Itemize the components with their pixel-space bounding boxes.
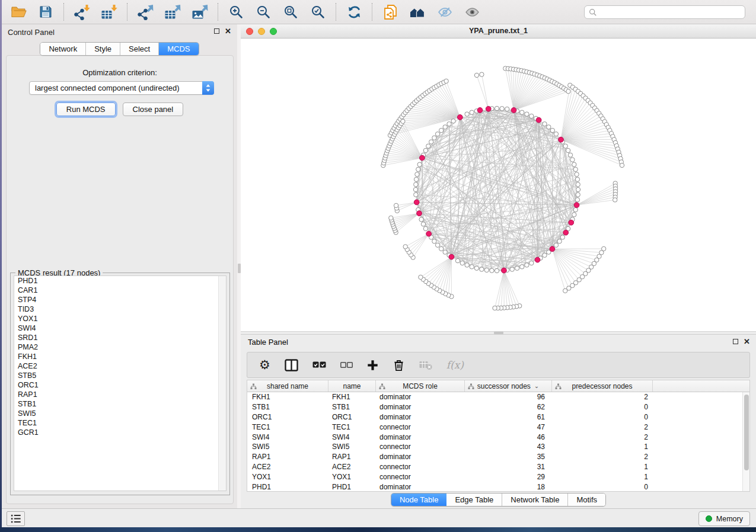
mcds-result-item[interactable]: ACE2 — [14, 361, 226, 371]
close-panel-icon[interactable]: ✕ — [225, 28, 231, 34]
tab-node-table[interactable]: Node Table — [391, 493, 447, 506]
network-node[interactable] — [572, 213, 576, 217]
network-node[interactable] — [480, 267, 484, 271]
network-node[interactable] — [520, 110, 524, 114]
table-row[interactable]: FKH1FKH1dominator962 — [247, 392, 742, 402]
dominator-node[interactable] — [417, 211, 422, 216]
network-node[interactable] — [432, 239, 436, 243]
dominator-node[interactable] — [486, 106, 491, 111]
column-header-MCDS-role[interactable]: MCDS role — [376, 380, 465, 392]
zoom-selected-magnifier-icon[interactable] — [308, 2, 327, 21]
mcds-result-item[interactable]: TEC1 — [14, 418, 226, 428]
mcds-result-item[interactable]: PMA2 — [14, 342, 226, 352]
mcds-result-item[interactable]: STP4 — [14, 295, 226, 305]
tab-motifs[interactable]: Motifs — [568, 493, 605, 506]
network-node[interactable] — [465, 112, 469, 116]
eye-slash-icon[interactable] — [435, 2, 454, 21]
search-box[interactable] — [584, 5, 745, 19]
network-node[interactable] — [474, 266, 479, 270]
zoom-in-magnifier-icon[interactable] — [227, 2, 245, 21]
network-node[interactable] — [417, 162, 422, 166]
network-node[interactable] — [515, 266, 519, 270]
dominator-node[interactable] — [477, 108, 483, 113]
network-node[interactable] — [510, 267, 514, 271]
network-node[interactable] — [554, 132, 558, 136]
network-node[interactable] — [419, 217, 423, 222]
export-image-icon[interactable] — [190, 2, 209, 21]
network-node[interactable] — [460, 261, 464, 265]
network-node[interactable] — [575, 172, 579, 177]
splitter-grip[interactable] — [238, 264, 241, 273]
network-node[interactable] — [500, 107, 504, 111]
memory-button[interactable]: Memory — [698, 511, 750, 526]
network-node[interactable] — [525, 112, 529, 116]
network-node[interactable] — [573, 207, 578, 211]
table-row[interactable]: YOX1YOX1connector291 — [247, 472, 742, 482]
network-node[interactable] — [490, 268, 494, 273]
network-node[interactable] — [572, 162, 576, 166]
network-node[interactable] — [389, 216, 393, 220]
network-node[interactable] — [560, 235, 564, 239]
network-node[interactable] — [439, 246, 444, 251]
zoom-out-magnifier-icon[interactable] — [254, 2, 273, 21]
dominator-node[interactable] — [550, 246, 555, 252]
dominator-node[interactable] — [420, 155, 425, 161]
network-node[interactable] — [529, 114, 534, 118]
search-input[interactable] — [597, 8, 741, 17]
network-node[interactable] — [432, 136, 436, 140]
duplicate-network-document-icon[interactable] — [381, 2, 400, 21]
mcds-result-item[interactable]: STB5 — [14, 371, 226, 380]
network-canvas[interactable] — [241, 39, 756, 331]
mcds-result-item[interactable]: CAR1 — [14, 286, 226, 295]
mcds-result-item[interactable]: STB1 — [14, 399, 226, 409]
zoom-fit-magnifier-icon[interactable] — [281, 2, 300, 21]
table-row[interactable]: SWI5SWI5connector431 — [247, 442, 742, 452]
clear-selection-checkboxes-icon[interactable] — [340, 362, 353, 368]
network-node[interactable] — [620, 163, 624, 167]
network-node[interactable] — [439, 128, 444, 132]
dominator-node[interactable] — [414, 200, 419, 205]
network-node[interactable] — [423, 148, 428, 152]
network-node[interactable] — [435, 132, 439, 136]
network-node[interactable] — [423, 226, 428, 230]
network-node[interactable] — [470, 110, 474, 114]
table-row[interactable]: TEC1TEC1connector472 — [247, 422, 742, 432]
network-node[interactable] — [429, 140, 433, 144]
scrollbar-thumb[interactable] — [744, 395, 749, 470]
network-node[interactable] — [413, 187, 417, 191]
save-floppy-icon[interactable] — [36, 2, 55, 21]
network-node[interactable] — [566, 148, 570, 152]
network-node[interactable] — [474, 73, 479, 77]
tab-style[interactable]: Style — [86, 43, 120, 55]
network-node[interactable] — [575, 198, 579, 202]
network-node[interactable] — [573, 167, 578, 171]
dominator-node[interactable] — [535, 257, 540, 262]
network-node[interactable] — [543, 122, 547, 126]
network-node[interactable] — [576, 182, 580, 187]
plus-icon[interactable] — [367, 360, 378, 371]
column-header-name[interactable]: name — [328, 380, 376, 392]
network-node[interactable] — [576, 187, 580, 191]
mcds-result-item[interactable]: SWI4 — [14, 323, 226, 333]
network-node[interactable] — [525, 263, 529, 267]
network-node[interactable] — [566, 89, 570, 94]
network-node[interactable] — [414, 177, 418, 181]
network-node[interactable] — [419, 275, 423, 279]
network-node[interactable] — [570, 158, 575, 162]
dominator-node[interactable] — [574, 203, 579, 208]
network-node[interactable] — [455, 258, 460, 262]
network-node[interactable] — [484, 268, 489, 272]
mcds-result-item[interactable]: SWI5 — [14, 409, 226, 418]
open-folder-icon[interactable] — [9, 2, 28, 21]
select-all-checkboxes-icon[interactable] — [312, 361, 326, 368]
network-node[interactable] — [401, 119, 405, 123]
network-node[interactable] — [416, 167, 420, 171]
network-node[interactable] — [447, 122, 451, 126]
tab-edge-table[interactable]: Edge Table — [446, 493, 502, 506]
network-node[interactable] — [563, 289, 567, 293]
network-node[interactable] — [403, 245, 407, 249]
table-row[interactable]: ACE2ACE2connector311 — [247, 462, 742, 472]
table-row[interactable]: RAP1RAP1dominator352 — [247, 452, 742, 462]
run-mcds-button[interactable]: Run MCDS — [56, 102, 116, 116]
network-node[interactable] — [493, 306, 497, 310]
